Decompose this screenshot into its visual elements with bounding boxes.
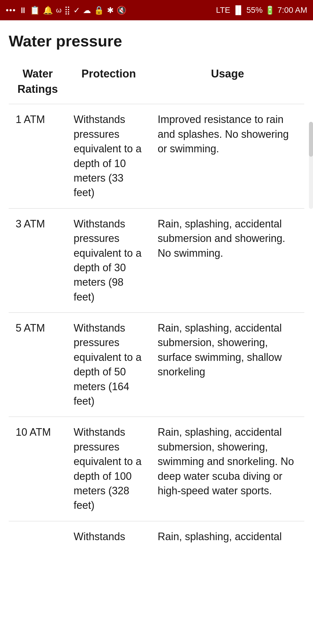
lte-label: LTE xyxy=(216,6,230,15)
scrollbar-track[interactable] xyxy=(309,122,313,209)
rating-5atm: 5 ATM xyxy=(9,313,67,417)
table-header-row: Water Ratings Protection Usage xyxy=(9,61,304,104)
usage-1atm: Improved resistance to rain and splashes… xyxy=(151,104,304,208)
battery-icon: 🔋 xyxy=(265,6,275,15)
header-ratings: Water Ratings xyxy=(9,61,67,104)
protection-last: Withstands xyxy=(67,521,151,552)
bell-icon: 🔔 xyxy=(43,6,53,15)
usage-10atm: Rain, splashing, accidental submersion, … xyxy=(151,417,304,521)
water-pressure-table: Water Ratings Protection Usage 1 ATM Wit… xyxy=(9,61,304,552)
status-bar-left: ••• ⏸ 📋 🔔 ω ⣿ ✓ ☁ 🔒 ✱ 🔇 xyxy=(6,6,127,15)
time-display: 7:00 AM xyxy=(277,6,307,15)
scroll-container: Water pressure Water Ratings Protection … xyxy=(0,20,313,564)
protection-1atm: Withstands pressures equivalent to a dep… xyxy=(67,104,151,208)
rating-3atm: 3 ATM xyxy=(9,208,67,312)
grid-icon: ⣿ xyxy=(64,6,70,15)
rating-last xyxy=(9,521,67,552)
check-icon: ✓ xyxy=(73,6,80,15)
table-row: 1 ATM Withstands pressures equivalent to… xyxy=(9,104,304,208)
usage-last: Rain, splashing, accidental xyxy=(151,521,304,552)
scrollbar-thumb[interactable] xyxy=(309,122,313,157)
page-content: Water pressure Water Ratings Protection … xyxy=(0,20,313,564)
table-row: Withstands Rain, splashing, accidental xyxy=(9,521,304,552)
notification-dots-icon: ••• xyxy=(6,6,16,15)
signal-bars-icon: ▐▌ xyxy=(233,6,244,15)
app-icon-2: ω xyxy=(56,6,61,14)
cloud-icon: ☁ xyxy=(83,6,91,15)
protection-3atm: Withstands pressures equivalent to a dep… xyxy=(67,208,151,312)
protection-5atm: Withstands pressures equivalent to a dep… xyxy=(67,313,151,417)
bluetooth-icon: ✱ xyxy=(107,6,114,15)
table-row: 3 ATM Withstands pressures equivalent to… xyxy=(9,208,304,312)
table-row: 10 ATM Withstands pressures equivalent t… xyxy=(9,417,304,521)
app-icon-1: 📋 xyxy=(30,6,40,15)
header-protection: Protection xyxy=(67,61,151,104)
table-row: 5 ATM Withstands pressures equivalent to… xyxy=(9,313,304,417)
rating-10atm: 10 ATM xyxy=(9,417,67,521)
status-bar: ••• ⏸ 📋 🔔 ω ⣿ ✓ ☁ 🔒 ✱ 🔇 LTE ▐▌ 55% 🔋 7:0… xyxy=(0,0,313,20)
mute-icon: 🔇 xyxy=(117,6,127,15)
usage-3atm: Rain, splashing, accidental submersion a… xyxy=(151,208,304,312)
usage-5atm: Rain, splashing, accidental submersion, … xyxy=(151,313,304,417)
battery-percentage: 55% xyxy=(246,6,263,15)
page-title: Water pressure xyxy=(9,32,304,50)
protection-10atm: Withstands pressures equivalent to a dep… xyxy=(67,417,151,521)
status-bar-right: LTE ▐▌ 55% 🔋 7:00 AM xyxy=(216,6,307,15)
pause-icon: ⏸ xyxy=(19,6,27,15)
lock-icon: 🔒 xyxy=(94,6,104,15)
rating-1atm: 1 ATM xyxy=(9,104,67,208)
header-usage: Usage xyxy=(151,61,304,104)
